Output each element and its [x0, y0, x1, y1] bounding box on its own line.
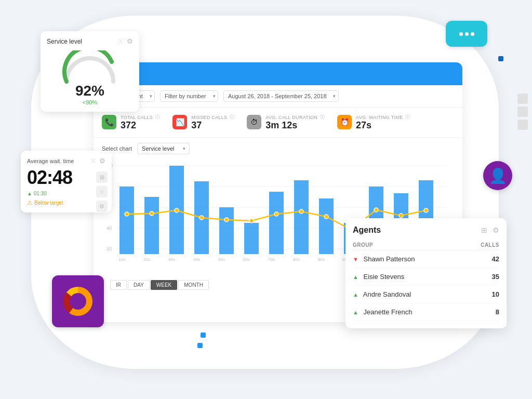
time-range-buttons: IR DAY WEEK MONTH: [102, 276, 217, 294]
table-row: ▼ Shawn Patterson 42: [353, 250, 499, 268]
svg-point-28: [249, 219, 254, 223]
side-icon-1[interactable]: ⊞: [96, 171, 108, 183]
date-range-button[interactable]: August 26, 2018 - September 25, 2018: [223, 90, 339, 102]
agent-calls-3: 10: [466, 286, 499, 303]
donut-svg: [59, 283, 97, 320]
gauge-target: <90%: [83, 99, 97, 105]
avg-waiting-value: 27s: [356, 121, 410, 131]
svg-point-35: [424, 208, 428, 212]
avg-waiting-info-icon: ⓘ: [405, 114, 410, 121]
avg-reorder-icon[interactable]: ⁙: [90, 157, 96, 165]
svg-rect-15: [244, 223, 259, 254]
agent-calls-1: 42: [466, 250, 499, 268]
arrow-down-icon-1: ▼: [353, 256, 358, 262]
time-btn-week[interactable]: WEEK: [151, 280, 177, 290]
svg-rect-11: [144, 197, 159, 254]
svg-text:10s: 10s: [118, 257, 125, 262]
svg-text:30s: 30s: [168, 257, 175, 262]
avg-wait-card: Average wait. time ⁙ ⚙ 02:48 ▲ 01:30 ⚠ B…: [21, 151, 112, 212]
filters-row: Filter by agent Filter by number August …: [94, 85, 462, 108]
chart-controls: Select chart Service level: [94, 138, 462, 159]
agent-calls-2: 35: [466, 268, 499, 286]
svg-point-51: [71, 294, 85, 309]
avg-duration-label: AVG. CALL DURATION: [265, 115, 317, 120]
avatar-card[interactable]: 👤: [483, 161, 512, 190]
agents-card-icons: ⊞ ⚙: [481, 226, 499, 234]
missed-calls-icon: 📉: [172, 115, 187, 129]
stat-total-calls: 📞 TOTAL CALLS ⓘ 372: [102, 114, 160, 131]
chat-dot-3: [471, 32, 474, 36]
svg-point-31: [324, 215, 328, 219]
stats-row: 📞 TOTAL CALLS ⓘ 372 📉 MISSED CALLS ⓘ: [94, 108, 462, 138]
agent-name-4: ▲ Jeanette French: [353, 303, 466, 321]
stat-total-calls-info: TOTAL CALLS ⓘ 372: [121, 114, 160, 131]
time-btn-day[interactable]: DAY: [128, 280, 150, 290]
svg-point-29: [274, 212, 278, 216]
stat-avg-duration: ⏱ AVG. CALL DURATION ⓘ 3m 12s: [247, 114, 325, 131]
side-icon-3[interactable]: ⚙: [96, 201, 108, 212]
service-level-title-row: Service level ⁙ ⚙: [47, 37, 133, 45]
agents-card: Agents ⊞ ⚙ GROUP CALLS ▼ Shawn Patterson: [345, 218, 507, 328]
chart-type-select[interactable]: Service level: [137, 143, 190, 154]
table-row: ▲ Andre Sandoval 10: [353, 286, 499, 303]
svg-rect-18: [319, 198, 334, 254]
missed-calls-info-icon: ⓘ: [230, 114, 234, 121]
right-panel-dot-3: [517, 119, 528, 130]
svg-point-33: [374, 208, 378, 212]
svg-rect-10: [119, 187, 134, 254]
svg-point-26: [200, 216, 204, 220]
stat-missed-calls: 📉 MISSED CALLS ⓘ 37: [172, 114, 234, 131]
svg-text:20: 20: [107, 246, 112, 251]
stat-avg-duration-info: AVG. CALL DURATION ⓘ 3m 12s: [265, 114, 325, 131]
svg-text:80s: 80s: [293, 257, 300, 262]
missed-calls-label: MISSED CALLS: [191, 115, 227, 120]
avg-settings-icon[interactable]: ⚙: [99, 157, 105, 165]
col-calls: CALLS: [466, 240, 499, 250]
time-btn-ir[interactable]: IR: [110, 280, 127, 290]
agents-table: GROUP CALLS ▼ Shawn Patterson 42 ▲ Eisie…: [353, 240, 499, 321]
svg-point-34: [399, 214, 403, 218]
scene: Service level ⁙ ⚙ 92% <90% Average wait.…: [0, 0, 532, 399]
deco-square-3: [197, 343, 203, 348]
avg-wait-time-value: 02:48: [27, 167, 105, 189]
right-panel-dot-1: [517, 94, 528, 104]
avg-wait-sub: ▲ 01:30: [27, 191, 105, 196]
stat-missed-calls-info: MISSED CALLS ⓘ 37: [191, 114, 234, 131]
chart-select-wrapper: Service level: [137, 143, 190, 154]
below-target-label: Below target: [34, 200, 63, 206]
agent-name-1: ▼ Shawn Patterson: [353, 250, 466, 268]
svg-point-30: [299, 209, 303, 214]
side-icons: ⊞ ☆ ⚙: [96, 171, 108, 212]
chat-dot-1: [459, 32, 463, 36]
svg-text:40s: 40s: [193, 257, 200, 262]
side-icon-2[interactable]: ☆: [96, 186, 108, 197]
svg-rect-17: [294, 180, 309, 254]
filter-number-wrapper: Filter by number: [160, 90, 218, 102]
agents-title-row: Agents ⊞ ⚙: [353, 225, 499, 235]
agents-settings-icon[interactable]: ⚙: [493, 226, 499, 234]
col-group: GROUP: [353, 240, 466, 250]
chat-dot-2: [465, 32, 469, 36]
time-btn-month[interactable]: MONTH: [178, 280, 209, 290]
svg-point-23: [125, 212, 129, 216]
arrow-up-icon-4: ▲: [353, 309, 358, 315]
gauge-container: 92% <90%: [47, 50, 133, 105]
agents-reorder-icon[interactable]: ⊞: [481, 226, 487, 234]
reorder-icon[interactable]: ⁙: [118, 37, 124, 45]
svg-point-24: [150, 211, 154, 216]
agents-title: Agents: [353, 225, 381, 235]
stat-avg-waiting-info: AVG. WAITING TIME ⓘ 27s: [356, 114, 410, 131]
avg-waiting-icon: ⏰: [337, 115, 352, 129]
arrow-up-icon-3: ▲: [353, 291, 358, 298]
right-panel-dot-2: [517, 107, 528, 117]
main-card-header: [94, 62, 462, 85]
total-calls-info-icon: ⓘ: [155, 114, 160, 121]
missed-calls-value: 37: [191, 121, 234, 131]
settings-icon[interactable]: ⚙: [127, 37, 133, 45]
filter-number-select[interactable]: Filter by number: [160, 90, 218, 102]
svg-text:20s: 20s: [143, 257, 150, 262]
chat-bubble[interactable]: [446, 21, 487, 47]
arrow-up-icon-2: ▲: [353, 274, 358, 280]
table-row: ▲ Jeanette French 8: [353, 303, 499, 321]
avg-waiting-label: AVG. WAITING TIME: [356, 115, 403, 120]
